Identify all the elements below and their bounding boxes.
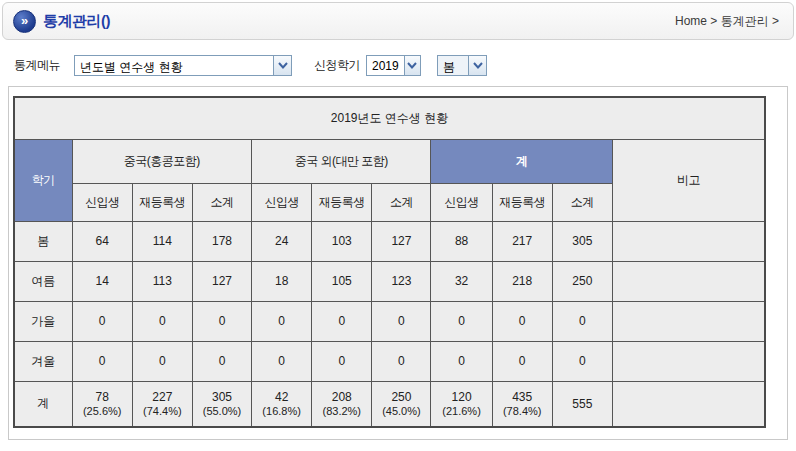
- col-group-china: 중국(홍콩포함): [72, 139, 251, 183]
- cell: 14: [72, 261, 132, 301]
- cell: 178: [192, 221, 251, 261]
- cell: 0: [431, 301, 492, 341]
- cell: 127: [192, 261, 251, 301]
- trainee-statistics-table: 2019년도 연수생 현황 학기 중국(홍콩포함) 중국 외(대만 포함) 계 …: [13, 96, 766, 428]
- sub-header-new: 신입생: [252, 183, 312, 221]
- total-cell: 305(55.0%): [192, 381, 251, 427]
- cell: 0: [372, 341, 431, 381]
- total-cell: 120(21.6%): [431, 381, 492, 427]
- cell: 0: [252, 301, 312, 341]
- page-header: » 통계관리() Home > 통계관리 >: [2, 2, 794, 40]
- cell: 103: [312, 221, 372, 261]
- cell: 0: [492, 301, 552, 341]
- chevron-down-icon: [404, 56, 420, 75]
- remark-cell: [612, 381, 765, 427]
- header-group-row: 학기 중국(홍콩포함) 중국 외(대만 포함) 계 비고: [14, 139, 765, 183]
- sub-header-reenrolled: 재등록생: [312, 183, 372, 221]
- cell: 0: [492, 341, 552, 381]
- page-title: 통계관리(): [43, 12, 110, 31]
- remark-cell: [612, 341, 765, 381]
- row-label: 봄: [14, 221, 72, 261]
- table-row-fall: 가을 0 0 0 0 0 0 0 0 0: [14, 301, 765, 341]
- table-title-row: 2019년도 연수생 현황: [14, 97, 765, 139]
- cell: 64: [72, 221, 132, 261]
- cell: 123: [372, 261, 431, 301]
- cell: 0: [372, 301, 431, 341]
- cell: 114: [132, 221, 192, 261]
- cell: 0: [252, 341, 312, 381]
- year-selected-value: 2019: [367, 56, 404, 75]
- cell: 0: [312, 341, 372, 381]
- season-select[interactable]: 봄: [437, 55, 487, 76]
- cell: 218: [492, 261, 552, 301]
- stat-menu-selected-value: 년도별 연수생 현황: [75, 56, 273, 75]
- row-label: 겨울: [14, 341, 72, 381]
- table-container: 2019년도 연수생 현황 학기 중국(홍콩포함) 중국 외(대만 포함) 계 …: [8, 86, 788, 440]
- cell: 305: [552, 221, 612, 261]
- row-label: 계: [14, 381, 72, 427]
- col-header-remarks: 비고: [612, 139, 765, 221]
- cell: 24: [252, 221, 312, 261]
- cell: 0: [192, 341, 251, 381]
- sub-header-subtotal: 소계: [372, 183, 431, 221]
- remark-cell: [612, 261, 765, 301]
- col-header-semester: 학기: [14, 139, 72, 221]
- breadcrumb[interactable]: Home > 통계관리 >: [675, 13, 779, 30]
- cell: 0: [552, 341, 612, 381]
- season-selected-value: 봄: [438, 56, 468, 75]
- cell: 0: [132, 301, 192, 341]
- table-row-total: 계 78(25.6%) 227(74.4%) 305(55.0%) 42(16.…: [14, 381, 765, 427]
- row-label: 가을: [14, 301, 72, 341]
- sub-header-new: 신입생: [72, 183, 132, 221]
- row-label: 여름: [14, 261, 72, 301]
- table-row-spring: 봄 64 114 178 24 103 127 88 217 305: [14, 221, 765, 261]
- sub-header-new: 신입생: [431, 183, 492, 221]
- total-cell: 250(45.0%): [372, 381, 431, 427]
- year-select[interactable]: 2019: [366, 55, 421, 76]
- cell: 0: [72, 301, 132, 341]
- total-cell: 227(74.4%): [132, 381, 192, 427]
- semester-label: 신청학기: [314, 57, 360, 74]
- cell: 127: [372, 221, 431, 261]
- stat-menu-label: 통계메뉴: [14, 57, 60, 74]
- total-cell: 208(83.2%): [312, 381, 372, 427]
- col-group-total: 계: [431, 139, 612, 183]
- total-cell: 42(16.8%): [252, 381, 312, 427]
- sub-header-subtotal: 소계: [192, 183, 251, 221]
- sub-header-reenrolled: 재등록생: [492, 183, 552, 221]
- col-group-non-china: 중국 외(대만 포함): [252, 139, 431, 183]
- filter-bar: 통계메뉴 년도별 연수생 현황 신청학기 2019 봄: [0, 40, 796, 86]
- cell: 0: [552, 301, 612, 341]
- total-cell: 78(25.6%): [72, 381, 132, 427]
- cell: 105: [312, 261, 372, 301]
- cell: 18: [252, 261, 312, 301]
- cell: 0: [431, 341, 492, 381]
- remark-cell: [612, 221, 765, 261]
- cell: 250: [552, 261, 612, 301]
- table-row-winter: 겨울 0 0 0 0 0 0 0 0 0: [14, 341, 765, 381]
- total-cell: 555: [552, 381, 612, 427]
- table-row-summer: 여름 14 113 127 18 105 123 32 218 250: [14, 261, 765, 301]
- stat-menu-select[interactable]: 년도별 연수생 현황: [74, 55, 292, 76]
- fast-forward-icon: »: [13, 10, 36, 33]
- cell: 113: [132, 261, 192, 301]
- sub-header-reenrolled: 재등록생: [132, 183, 192, 221]
- total-cell: 435(78.4%): [492, 381, 552, 427]
- sub-header-subtotal: 소계: [552, 183, 612, 221]
- cell: 32: [431, 261, 492, 301]
- chevron-down-icon: [468, 56, 486, 75]
- cell: 88: [431, 221, 492, 261]
- cell: 0: [192, 301, 251, 341]
- cell: 0: [312, 301, 372, 341]
- cell: 217: [492, 221, 552, 261]
- remark-cell: [612, 301, 765, 341]
- table-title: 2019년도 연수생 현황: [14, 97, 765, 139]
- cell: 0: [72, 341, 132, 381]
- cell: 0: [132, 341, 192, 381]
- chevron-down-icon: [273, 56, 291, 75]
